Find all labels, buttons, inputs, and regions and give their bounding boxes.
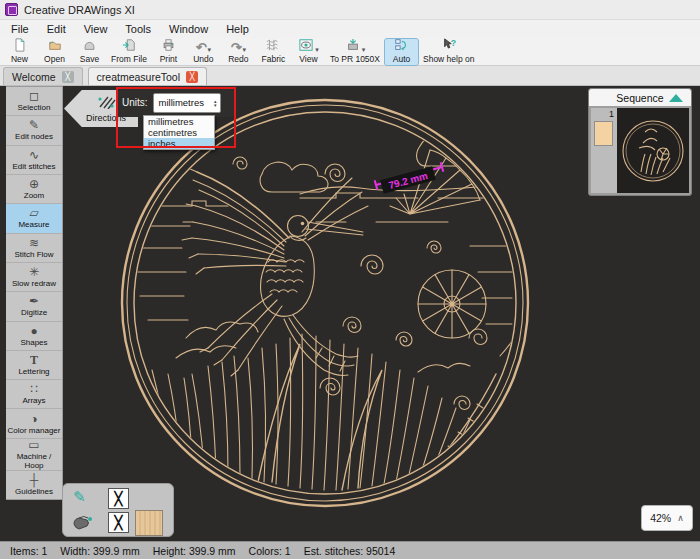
- sequence-item-number: 1: [609, 109, 614, 119]
- measure-icon: ▱: [29, 207, 38, 220]
- sequence-thumbnail[interactable]: [617, 108, 689, 193]
- edit-nodes-icon: ✎: [29, 119, 39, 132]
- toolbar: New Open Save From File Print ↶▾ Undo ↷▾…: [0, 38, 700, 66]
- print-button[interactable]: Print: [152, 39, 185, 65]
- show-help-button[interactable]: ? Show help on: [420, 39, 478, 65]
- lettering-icon: T: [30, 354, 38, 367]
- spinner-icon[interactable]: ▴▾: [214, 99, 217, 107]
- sequence-header[interactable]: Sequence: [589, 89, 691, 106]
- paint-panel: ✎ ╳ ╳: [62, 483, 174, 537]
- arrays-icon: ∷: [30, 383, 38, 396]
- machine-hoop-icon: ▭: [28, 439, 39, 452]
- sidebar-item-shapes[interactable]: ●Shapes: [6, 322, 62, 351]
- stitch-direction-icon: [96, 95, 116, 113]
- auto-button[interactable]: Auto: [385, 39, 418, 65]
- embroidery-design: [122, 100, 552, 506]
- zoom-level-value: 42%: [650, 512, 671, 524]
- color-manager-icon: ◑: [30, 413, 37, 426]
- sidebar-item-machine-hoop[interactable]: ▭Machine / Hoop: [6, 439, 62, 471]
- thread-color-swatch[interactable]: [594, 121, 613, 146]
- menu-file[interactable]: File: [2, 20, 38, 38]
- open-button[interactable]: Open: [38, 39, 71, 65]
- tab-creatmeasuretool[interactable]: creatmeasureTool ╳: [88, 67, 207, 85]
- tab-creatmeasuretool-close-icon[interactable]: ╳: [186, 71, 198, 83]
- redo-arrow-icon: ↷: [231, 41, 242, 54]
- menu-view[interactable]: View: [75, 20, 117, 38]
- outline-pen-icon[interactable]: ✎: [73, 488, 86, 506]
- units-label: Units:: [122, 97, 148, 108]
- sidebar-item-edit-nodes[interactable]: ✎Edit nodes: [6, 116, 62, 145]
- sidebar-item-lettering[interactable]: TLettering: [6, 351, 62, 380]
- digitize-icon: ✒: [29, 295, 39, 308]
- fabric-color-swatch[interactable]: [135, 510, 163, 536]
- slow-redraw-icon: ✳: [29, 266, 39, 279]
- outline-none-swatch[interactable]: ╳: [108, 488, 129, 509]
- to-pr-dropdown-caret[interactable]: ▾: [362, 46, 366, 54]
- window-title: Creative DRAWings XI: [24, 4, 135, 16]
- design-workspace: 79.2 mm ◻Selection ✎Edit nodes ∿Edit sti…: [0, 86, 700, 541]
- redo-dropdown-caret[interactable]: ▾: [243, 46, 247, 54]
- undo-button[interactable]: ↶▾ Undo: [187, 39, 220, 65]
- save-button[interactable]: Save: [73, 39, 106, 65]
- menu-edit[interactable]: Edit: [38, 20, 75, 38]
- chevron-up-icon: ∧: [677, 513, 684, 523]
- undo-dropdown-caret[interactable]: ▾: [208, 46, 212, 54]
- units-dropdown-list: millimetres centimetres inches: [143, 115, 215, 150]
- sidebar-item-edit-stitches[interactable]: ∿Edit stitches: [6, 146, 62, 175]
- measurement-overlay: 79.2 mm: [375, 162, 444, 194]
- sequence-item-strip: 1: [591, 108, 617, 193]
- fill-none-swatch[interactable]: ╳: [108, 512, 129, 533]
- fill-bucket-icon[interactable]: [70, 513, 94, 536]
- menu-tools[interactable]: Tools: [116, 20, 160, 38]
- sidebar-item-digitize[interactable]: ✒Digitize: [6, 292, 62, 321]
- sidebar-item-selection[interactable]: ◻Selection: [6, 87, 62, 116]
- units-value: millimetres: [159, 97, 204, 108]
- tool-sidebar: ◻Selection ✎Edit nodes ∿Edit stitches ⊕Z…: [6, 86, 63, 500]
- undo-arrow-icon: ↶: [196, 41, 207, 54]
- units-option-inches[interactable]: inches: [144, 138, 214, 149]
- fabric-button[interactable]: Fabric: [257, 39, 290, 65]
- sequence-title: Sequence: [616, 92, 663, 104]
- sidebar-item-guidelines[interactable]: ┼Guidelines: [6, 471, 62, 499]
- status-est-stitches: Est. stitches: 95014: [304, 545, 396, 557]
- units-option-millimetres[interactable]: millimetres: [144, 116, 214, 127]
- menu-bar: File Edit View Tools Window Help: [0, 20, 700, 38]
- view-button[interactable]: ▾ View: [292, 39, 325, 65]
- status-items: Items: 1: [10, 545, 47, 557]
- status-height: Height: 399.9 mm: [153, 545, 236, 557]
- menu-window[interactable]: Window: [160, 20, 217, 38]
- sidebar-item-stitch-flow[interactable]: ≋Stitch Flow: [6, 234, 62, 263]
- tab-welcome[interactable]: Welcome ╳: [3, 67, 83, 85]
- collapse-triangle-icon[interactable]: [669, 94, 683, 102]
- selection-icon: ◻: [29, 90, 39, 103]
- zoom-level-button[interactable]: 42% ∧: [641, 505, 693, 531]
- units-option-centimetres[interactable]: centimetres: [144, 127, 214, 138]
- shapes-icon: ●: [30, 325, 37, 338]
- stitch-flow-icon: ≋: [29, 237, 39, 250]
- sidebar-item-zoom[interactable]: ⊕Zoom: [6, 175, 62, 204]
- new-button[interactable]: New: [3, 39, 36, 65]
- tab-welcome-close-icon[interactable]: ╳: [62, 71, 74, 83]
- redo-button[interactable]: ↷▾ Redo: [222, 39, 255, 65]
- from-file-button[interactable]: From File: [108, 39, 150, 65]
- sidebar-item-slow-redraw[interactable]: ✳Slow redraw: [6, 263, 62, 292]
- document-tab-bar: Welcome ╳ creatmeasureTool ╳: [0, 66, 700, 86]
- status-bar: Items: 1 Width: 399.9 mm Height: 399.9 m…: [0, 541, 700, 559]
- application-window: Creative DRAWings XI File Edit View Tool…: [0, 0, 700, 559]
- view-dropdown-caret[interactable]: ▾: [315, 46, 319, 54]
- menu-help[interactable]: Help: [217, 20, 258, 38]
- units-combobox[interactable]: millimetres ▴▾: [153, 93, 221, 113]
- units-panel: Units: millimetres ▴▾: [117, 88, 235, 117]
- edit-stitches-icon: ∿: [29, 149, 39, 162]
- sidebar-item-arrays[interactable]: ∷Arrays: [6, 380, 62, 409]
- to-pr-1050x-button[interactable]: ▾ To PR 1050X: [327, 39, 383, 65]
- status-colors: Colors: 1: [249, 545, 291, 557]
- sidebar-item-color-manager[interactable]: ◑Color manager: [6, 409, 62, 438]
- sidebar-item-measure[interactable]: ▱Measure: [6, 204, 62, 233]
- status-width: Width: 399.9 mm: [60, 545, 139, 557]
- svg-text:?: ?: [450, 38, 455, 48]
- sequence-panel: Sequence 1: [588, 88, 692, 196]
- zoom-icon: ⊕: [29, 178, 39, 191]
- title-bar: Creative DRAWings XI: [0, 0, 700, 20]
- app-logo-icon: [5, 3, 18, 16]
